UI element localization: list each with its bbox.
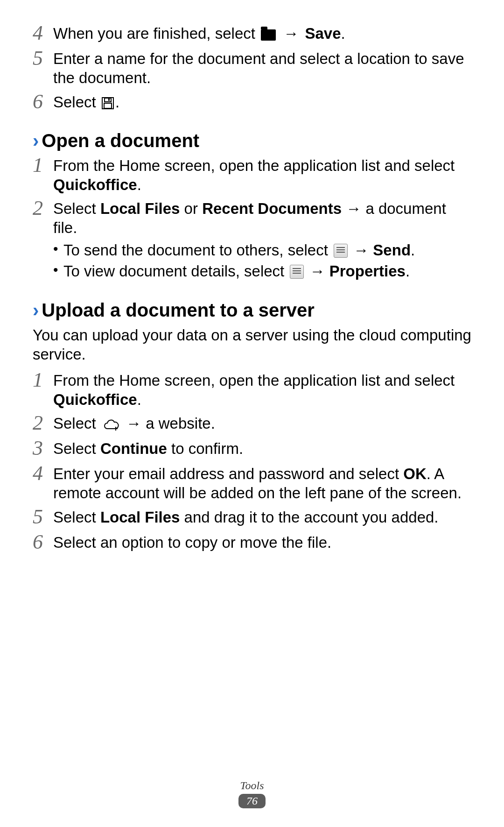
arrow-icon: →: [283, 25, 299, 42]
bold-text: Save: [305, 25, 341, 42]
text: .: [115, 93, 119, 111]
text: .: [406, 262, 410, 280]
step-6: 6 Select .: [33, 92, 471, 113]
bold-text: Local Files: [100, 200, 180, 217]
section-label: Tools: [0, 779, 504, 792]
step-body: Select Local Files or Recent Documents →…: [53, 199, 471, 283]
bold-text: Quickoffice: [53, 176, 137, 193]
bold-text: OK: [403, 465, 427, 482]
arrow-icon: →: [349, 241, 373, 259]
text: Select: [53, 93, 100, 111]
bold-text: Properties: [329, 262, 406, 280]
menu-icon: [334, 244, 348, 258]
bullet-item: • To send the document to others, select…: [53, 240, 471, 260]
upload-intro: You can upload your data on a server usi…: [33, 325, 471, 364]
cloud-icon: [102, 419, 120, 431]
step-body: Select → a website.: [53, 414, 471, 433]
step-number: 5: [33, 507, 53, 527]
text: .: [341, 25, 345, 42]
arrow-icon: →: [305, 262, 329, 280]
step-body: Select .: [53, 92, 471, 112]
bold-text: Continue: [100, 440, 167, 457]
step-body: Enter a name for the document and select…: [53, 49, 471, 88]
step-number: 4: [33, 463, 53, 484]
menu-icon: [290, 265, 304, 279]
open-step-1: 1 From the Home screen, open the applica…: [33, 156, 471, 195]
page: 4 When you are finished, select → Save. …: [0, 0, 504, 827]
upload-step-5: 5 Select Local Files and drag it to the …: [33, 508, 471, 528]
svg-rect-2: [108, 99, 110, 101]
step-number: 4: [33, 23, 53, 43]
text: and drag it to the account you added.: [180, 509, 438, 526]
text: Select: [53, 440, 100, 457]
text: Enter a name for the document and select…: [53, 50, 464, 86]
upload-step-6: 6 Select an option to copy or move the f…: [33, 533, 471, 553]
bullet-text: To view document details, select → Prope…: [63, 262, 471, 281]
chevron-icon: ›: [33, 131, 39, 150]
bullet-list: • To send the document to others, select…: [53, 240, 471, 281]
svg-rect-3: [104, 103, 112, 108]
heading-upload-document: › Upload a document to a server: [33, 298, 471, 322]
text: Enter your email address and password an…: [53, 465, 403, 482]
open-step-2: 2 Select Local Files or Recent Documents…: [33, 199, 471, 283]
text: or: [180, 200, 202, 217]
svg-rect-1: [105, 98, 111, 102]
step-body: From the Home screen, open the applicati…: [53, 156, 471, 195]
text: Select: [53, 509, 100, 526]
text: .: [137, 391, 141, 408]
step-body: Select an option to copy or move the fil…: [53, 533, 471, 552]
step-number: 6: [33, 532, 53, 552]
bullet-dot: •: [53, 240, 63, 260]
bullet-text: To send the document to others, select →…: [63, 240, 471, 260]
text: To send the document to others, select: [63, 241, 332, 259]
bold-text: Quickoffice: [53, 391, 137, 408]
save-icon: [102, 97, 114, 109]
step-number: 2: [33, 413, 53, 433]
text: When you are finished, select: [53, 25, 259, 42]
bold-text: Local Files: [100, 509, 180, 526]
text: From the Home screen, open the applicati…: [53, 372, 455, 389]
step-4: 4 When you are finished, select → Save.: [33, 24, 471, 44]
folder-icon: [261, 29, 276, 41]
upload-step-4: 4 Enter your email address and password …: [33, 464, 471, 503]
step-number: 1: [33, 370, 53, 390]
step-body: From the Home screen, open the applicati…: [53, 371, 471, 410]
text: Select: [53, 200, 100, 217]
arrow-icon: →: [342, 200, 365, 217]
upload-step-2: 2 Select → a website.: [33, 414, 471, 434]
chevron-icon: ›: [33, 301, 39, 319]
step-body: Enter your email address and password an…: [53, 464, 471, 503]
text: Select: [53, 415, 100, 432]
page-footer: Tools 76: [0, 779, 504, 808]
text: To view document details, select: [63, 262, 288, 280]
step-number: 6: [33, 92, 53, 112]
text: to confirm.: [167, 440, 243, 457]
bold-text: Send: [373, 241, 411, 259]
bold-text: Recent Documents: [202, 200, 342, 217]
text: .: [137, 176, 141, 193]
step-number: 2: [33, 198, 53, 219]
content-area: 4 When you are finished, select → Save. …: [33, 24, 471, 553]
step-number: 1: [33, 155, 53, 176]
bullet-dot: •: [53, 262, 63, 281]
heading-open-document: › Open a document: [33, 129, 471, 152]
step-5: 5 Enter a name for the document and sele…: [33, 49, 471, 88]
bullet-item: • To view document details, select → Pro…: [53, 262, 471, 281]
heading-text: Upload a document to a server: [42, 298, 315, 322]
text: .: [411, 241, 415, 259]
text: From the Home screen, open the applicati…: [53, 157, 455, 174]
step-body: When you are finished, select → Save.: [53, 24, 471, 43]
step-number: 3: [33, 438, 53, 459]
step-number: 5: [33, 48, 53, 69]
step-body: Select Continue to confirm.: [53, 439, 471, 458]
arrow-icon: →: [122, 415, 146, 432]
page-number: 76: [238, 794, 266, 808]
text: Select an option to copy or move the fil…: [53, 534, 331, 551]
upload-step-3: 3 Select Continue to confirm.: [33, 439, 471, 459]
upload-step-1: 1 From the Home screen, open the applica…: [33, 371, 471, 410]
step-body: Select Local Files and drag it to the ac…: [53, 508, 471, 527]
text: a website.: [146, 415, 215, 432]
heading-text: Open a document: [42, 129, 199, 152]
